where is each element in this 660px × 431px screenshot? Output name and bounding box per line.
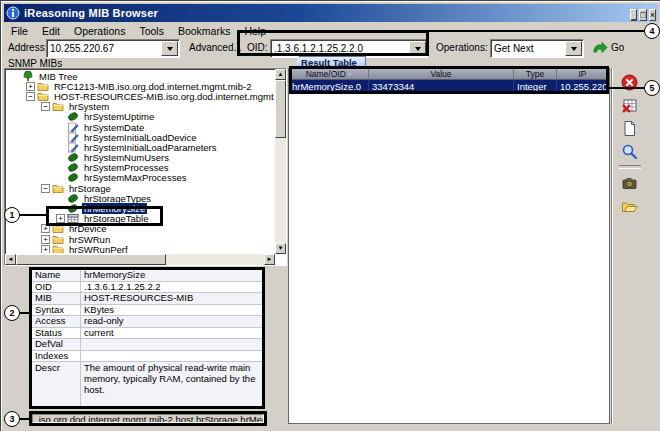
info-label: Syntax xyxy=(32,305,81,316)
info-label: Descr xyxy=(32,362,81,409)
close-button[interactable]: × xyxy=(649,9,656,21)
toolbar-separator xyxy=(619,165,641,169)
tree-vertical-scrollbar[interactable]: ▲ ▼ xyxy=(275,69,286,254)
app-icon xyxy=(6,6,20,20)
callout-2: 2 xyxy=(4,305,20,321)
callout-3: 3 xyxy=(4,411,20,427)
camera-icon[interactable] xyxy=(621,175,638,192)
tree-node-hrsysteminitialloadparameters[interactable]: hrSystemInitialLoadParameters xyxy=(7,142,274,152)
info-label: Name xyxy=(32,270,81,281)
menu-tools[interactable]: Tools xyxy=(132,24,171,38)
menu-operations[interactable]: Operations xyxy=(67,24,132,38)
expand-spacer xyxy=(56,163,65,172)
info-row-descr: DescrThe amount of physical read-write m… xyxy=(32,362,262,409)
menu-bookmarks[interactable]: Bookmarks xyxy=(171,24,238,38)
go-arrow-icon xyxy=(592,40,608,54)
annotation-line-4 xyxy=(428,30,645,32)
tree-node-mib-tree[interactable]: MIB Tree xyxy=(7,71,274,81)
clear-table-icon[interactable] xyxy=(621,97,638,114)
info-row-syntax: SyntaxKBytes xyxy=(32,305,262,317)
operations-combobox[interactable]: Get Next xyxy=(490,39,584,58)
tree-node-hrsystemprocesses[interactable]: hrSystemProcesses xyxy=(7,163,274,173)
maximize-button[interactable]: □ xyxy=(639,9,646,21)
expand-spacer xyxy=(56,123,65,132)
menu-file[interactable]: File xyxy=(4,24,35,38)
callout-1: 1 xyxy=(4,207,20,223)
tree-node-host-resources-mib-iso-org-dod-internet-mgmt-mib-2-host[interactable]: −HOST-RESOURCES-MIB.iso.org.dod.internet… xyxy=(7,91,274,101)
tree-node-hrsysteminitialloaddevice[interactable]: hrSystemInitialLoadDevice xyxy=(7,132,274,142)
info-value: read-only xyxy=(81,316,262,327)
info-row-status: Statuscurrent xyxy=(32,328,262,340)
expand-plus-icon[interactable]: + xyxy=(26,82,35,91)
minimize-button[interactable]: _ xyxy=(630,9,637,21)
info-value: KBytes xyxy=(81,305,262,316)
scrollbar-thumb[interactable] xyxy=(275,80,286,138)
expand-plus-icon[interactable]: + xyxy=(41,245,50,253)
tree-node-hrswrunperf[interactable]: +hrSWRunPerf xyxy=(7,244,274,253)
tree-node-hrswrun[interactable]: +hrSWRun xyxy=(7,234,274,244)
annotation-box-4 xyxy=(237,30,429,56)
tree-node-hrsystemnumusers[interactable]: hrSystemNumUsers xyxy=(7,153,274,163)
operations-value[interactable]: Get Next xyxy=(491,43,564,54)
app-window: iReasoning MIB Browser _□× FileEditOpera… xyxy=(0,0,660,431)
expand-spacer xyxy=(11,72,20,81)
info-row-mib: MIBHOST-RESOURCES-MIB xyxy=(32,293,262,305)
info-label: MIB xyxy=(32,293,81,304)
collapse-minus-icon[interactable]: − xyxy=(26,92,35,101)
address-value[interactable]: 10.255.220.67 xyxy=(47,43,160,54)
expand-spacer xyxy=(56,133,65,142)
info-row-indexes: Indexes xyxy=(32,351,262,363)
scrollbar-thumb[interactable] xyxy=(16,254,166,265)
annotation-line-3 xyxy=(19,418,30,420)
info-label: Status xyxy=(32,328,81,339)
callout-5: 5 xyxy=(644,80,660,96)
tree-horizontal-scrollbar[interactable]: ◄ ► xyxy=(5,254,275,265)
tree-node-hrsystemuptime[interactable]: hrSystemUptime xyxy=(7,112,274,122)
collapse-minus-icon[interactable]: − xyxy=(41,184,50,193)
info-value: HOST-RESOURCES-MIB xyxy=(81,293,262,304)
annotation-line-1 xyxy=(19,214,47,216)
scroll-right-icon[interactable]: ► xyxy=(264,254,275,265)
status-bar: .iso.org.dod.internet.mgmt.mib-2.host.hr… xyxy=(29,411,267,426)
scroll-up-icon[interactable]: ▲ xyxy=(275,69,286,80)
result-table: Name/OID▿ValueTypeIP hrMemorySize.033473… xyxy=(288,68,610,424)
collapse-minus-icon[interactable]: − xyxy=(41,102,50,111)
tree-node-hrsystemmaxprocesses[interactable]: hrSystemMaxProcesses xyxy=(7,173,274,183)
tree-icon xyxy=(22,71,34,82)
operations-label: Operations: xyxy=(436,42,488,53)
annotation-line-5 xyxy=(608,87,645,89)
folder-icon xyxy=(52,183,64,194)
address-label: Address: xyxy=(8,42,47,53)
open-folder-icon[interactable] xyxy=(621,198,638,215)
info-label: DefVal xyxy=(32,339,81,350)
info-label: Indexes xyxy=(32,351,81,362)
menu-edit[interactable]: Edit xyxy=(35,24,67,38)
scroll-down-icon[interactable]: ▼ xyxy=(275,243,286,254)
info-row-name: NamehrMemorySize xyxy=(32,270,262,282)
expand-plus-icon[interactable]: + xyxy=(41,235,50,244)
annotation-box-1 xyxy=(46,206,163,226)
tree-node-hrstoragetypes[interactable]: hrStorageTypes xyxy=(7,193,274,203)
expand-spacer xyxy=(56,153,65,162)
title-bar: iReasoning MIB Browser _□× xyxy=(4,4,658,22)
folder-icon xyxy=(52,244,64,253)
node-info-table: NamehrMemorySizeOID.1.3.6.1.2.1.25.2.2MI… xyxy=(29,267,265,409)
info-value xyxy=(81,339,262,350)
scroll-left-icon[interactable]: ◄ xyxy=(5,254,16,265)
go-label: Go xyxy=(611,42,624,53)
new-document-icon[interactable] xyxy=(621,120,638,137)
tree-node-rfc1213-mib-iso-org-dod-internet-mgmt-mib-2[interactable]: +RFC1213-MIB.iso.org.dod.internet.mgmt.m… xyxy=(7,81,274,91)
address-combobox[interactable]: 10.255.220.67 xyxy=(46,39,180,58)
callout-4: 4 xyxy=(644,23,660,39)
go-button[interactable]: Go xyxy=(592,40,624,54)
info-value: .1.3.6.1.2.1.25.2.2 xyxy=(81,282,262,293)
tree-node-hrsystemdate[interactable]: hrSystemDate xyxy=(7,122,274,132)
search-icon[interactable] xyxy=(621,143,638,160)
chevron-down-icon[interactable] xyxy=(161,41,178,56)
status-text: .iso.org.dod.internet.mgmt.mib-2.host.hr… xyxy=(32,414,264,423)
chevron-down-icon[interactable] xyxy=(565,41,582,56)
tree-node-hrsystem[interactable]: −hrSystem xyxy=(7,102,274,112)
info-value: hrMemorySize xyxy=(81,270,262,281)
expand-spacer xyxy=(56,194,65,203)
tree-node-hrstorage[interactable]: −hrStorage xyxy=(7,183,274,193)
